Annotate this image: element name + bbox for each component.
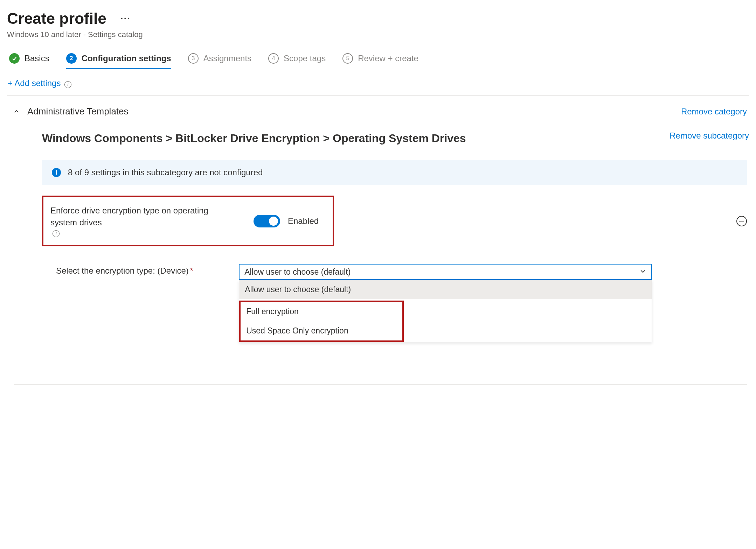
setting-row: Enforce drive encryption type on operati… — [42, 196, 747, 246]
step-assignments[interactable]: 3 Assignments — [188, 53, 251, 68]
subcategory-title: Windows Components > BitLocker Drive Enc… — [42, 131, 466, 146]
chevron-up-icon[interactable] — [13, 108, 20, 115]
step-label: Scope tags — [284, 54, 326, 63]
info-icon[interactable]: i — [64, 81, 71, 88]
required-indicator: * — [190, 266, 193, 275]
step-number-icon: 4 — [268, 53, 279, 64]
toggle-state-label: Enabled — [288, 216, 319, 226]
remove-category-button[interactable]: Remove category — [681, 107, 747, 117]
more-actions-button[interactable]: ··· — [117, 12, 134, 26]
dropdown-option[interactable]: Allow user to choose (default) — [239, 280, 652, 299]
step-basics[interactable]: Basics — [9, 53, 49, 68]
subcategory-header: Windows Components > BitLocker Drive Enc… — [42, 131, 749, 146]
category-title: Administrative Templates — [27, 106, 129, 117]
highlighted-options: Full encryption Used Space Only encrypti… — [239, 301, 404, 342]
enabled-toggle[interactable] — [254, 215, 280, 227]
minus-icon — [739, 221, 744, 221]
notice-text: 8 of 9 settings in this subcategory are … — [68, 168, 263, 177]
step-label: Configuration settings — [82, 54, 171, 63]
dropdown-option[interactable]: Used Space Only encryption — [241, 321, 402, 340]
step-label: Review + create — [358, 54, 418, 63]
add-settings-label: + Add settings — [8, 78, 61, 88]
check-icon — [9, 53, 20, 64]
setting-label: Enforce drive encryption type on operati… — [50, 205, 233, 237]
unconfigured-notice: i 8 of 9 settings in this subcategory ar… — [42, 160, 747, 185]
dropdown-selected-value: Allow user to choose (default) — [244, 267, 351, 277]
encryption-type-field: Select the encryption type: (Device)* Al… — [56, 264, 747, 342]
divider — [7, 95, 749, 96]
dropdown-option[interactable]: Full encryption — [241, 302, 402, 321]
info-icon[interactable]: i — [53, 230, 60, 237]
encryption-type-dropdown[interactable]: Allow user to choose (default) — [239, 264, 652, 280]
step-label: Assignments — [203, 54, 251, 63]
step-review-create[interactable]: 5 Review + create — [342, 53, 418, 68]
toggle-knob — [269, 217, 278, 226]
wizard-stepper: Basics 2 Configuration settings 3 Assign… — [7, 53, 749, 68]
dropdown-label: Select the encryption type: (Device)* — [56, 264, 193, 276]
step-number-icon: 3 — [188, 53, 199, 64]
page-header: Create profile ··· Windows 10 and later … — [7, 10, 749, 39]
remove-subcategory-button[interactable]: Remove subcategory — [670, 131, 749, 141]
page-subtitle: Windows 10 and later - Settings catalog — [7, 30, 749, 39]
step-number-icon: 2 — [66, 53, 77, 64]
category-header: Administrative Templates Remove category — [7, 106, 749, 117]
step-scope-tags[interactable]: 4 Scope tags — [268, 53, 326, 68]
add-settings-button[interactable]: + Add settings — [8, 78, 61, 88]
highlighted-setting: Enforce drive encryption type on operati… — [42, 196, 334, 246]
dropdown-list: Allow user to choose (default) Full encr… — [239, 280, 652, 342]
remove-setting-button[interactable] — [736, 216, 747, 226]
info-filled-icon: i — [52, 168, 61, 177]
divider — [14, 384, 747, 385]
step-number-icon: 5 — [342, 53, 353, 64]
step-label: Basics — [25, 54, 49, 63]
chevron-down-icon — [639, 267, 646, 277]
page-title: Create profile — [7, 10, 106, 27]
step-configuration-settings[interactable]: 2 Configuration settings — [66, 53, 171, 69]
